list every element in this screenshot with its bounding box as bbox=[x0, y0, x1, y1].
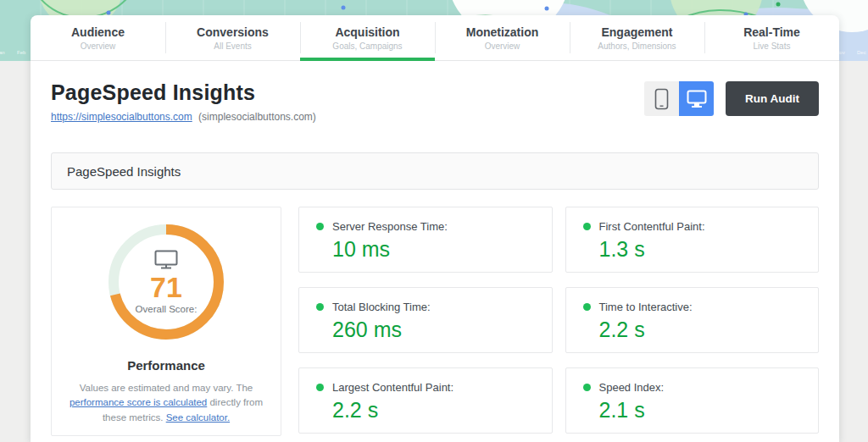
metric-value: 260 ms bbox=[332, 318, 535, 342]
metric-value: 2.2 s bbox=[599, 318, 802, 342]
tab-audience[interactable]: Audience Overview bbox=[31, 15, 165, 60]
tab-label: Acquisition bbox=[335, 25, 399, 39]
disclaimer-text: Values are estimated and may vary. The bbox=[80, 383, 253, 393]
metric-status-dot bbox=[583, 303, 591, 311]
mobile-toggle-button[interactable] bbox=[644, 81, 679, 116]
metric-card-total-blocking-time: Total Blocking Time: 260 ms bbox=[298, 287, 553, 353]
panel-header: PageSpeed Insights bbox=[51, 152, 819, 190]
mobile-phone-icon bbox=[654, 88, 669, 110]
desktop-toggle-button[interactable] bbox=[679, 81, 714, 116]
metric-status-dot bbox=[316, 384, 324, 391]
metric-card-speed-index: Speed Index: 2.1 s bbox=[565, 367, 820, 434]
bg-axis-label: Feb bbox=[17, 50, 26, 55]
metric-status-dot bbox=[583, 384, 591, 391]
page-title: PageSpeed Insights bbox=[51, 80, 316, 105]
panel-body: 71 Overall Score: Performance Values are… bbox=[51, 207, 819, 436]
pagespeed-panel: PageSpeed Insights 71 bbox=[51, 152, 819, 436]
metric-label: Server Response Time: bbox=[332, 220, 448, 233]
metric-label: Total Blocking Time: bbox=[332, 301, 431, 313]
overall-score-label: Overall Score: bbox=[136, 304, 198, 314]
tab-real-time[interactable]: Real-Time Live Stats bbox=[704, 15, 839, 60]
performance-score-calculated-link[interactable]: performance score is calculated bbox=[70, 397, 207, 407]
tab-engagement[interactable]: Engagement Authors, Dimensions bbox=[570, 15, 704, 60]
score-disclaimer: Values are estimated and may vary. The p… bbox=[64, 381, 269, 425]
metric-label: Speed Index: bbox=[599, 381, 665, 394]
desktop-device-icon bbox=[154, 250, 178, 269]
title-block: PageSpeed Insights https://simplesocialb… bbox=[51, 80, 316, 123]
tab-monetization[interactable]: Monetization Overview bbox=[435, 15, 570, 60]
report-tabs-nav: Audience Overview Conversions All Events… bbox=[31, 15, 839, 61]
bg-axis-label: Dec bbox=[857, 50, 866, 55]
tab-sublabel: Live Stats bbox=[754, 41, 791, 51]
tab-label: Real-Time bbox=[743, 25, 800, 39]
metric-card-server-response-time: Server Response Time: 10 ms bbox=[298, 207, 553, 273]
metric-label: First Contentful Paint: bbox=[599, 220, 705, 233]
metric-value: 2.1 s bbox=[599, 398, 802, 423]
tab-sublabel: Overview bbox=[81, 41, 116, 51]
run-audit-button[interactable]: Run Audit bbox=[726, 81, 819, 116]
overall-score-value: 71 bbox=[150, 273, 182, 301]
audited-url-link[interactable]: https://simplesocialbuttons.com bbox=[51, 111, 192, 123]
tab-sublabel: All Events bbox=[214, 41, 251, 51]
tab-conversions[interactable]: Conversions All Events bbox=[165, 15, 300, 60]
metric-status-dot bbox=[316, 223, 324, 230]
metric-value: 2.2 s bbox=[332, 398, 535, 423]
score-gauge: 71 Overall Score: bbox=[103, 218, 230, 345]
metric-label: Time to Interactive: bbox=[599, 301, 693, 313]
desktop-monitor-icon bbox=[687, 90, 707, 108]
audited-url-line: https://simplesocialbuttons.com (simples… bbox=[51, 111, 316, 123]
tab-label: Monetization bbox=[466, 25, 539, 39]
metric-value: 10 ms bbox=[332, 237, 535, 262]
metric-label: Largest Contentful Paint: bbox=[332, 381, 453, 394]
metric-card-largest-contentful-paint: Largest Contentful Paint: 2.2 s bbox=[298, 367, 553, 434]
tab-sublabel: Goals, Campaigns bbox=[332, 41, 402, 51]
tab-label: Engagement bbox=[601, 25, 672, 39]
performance-category-label: Performance bbox=[127, 358, 205, 373]
bg-axis-label: Jan bbox=[0, 50, 5, 55]
metrics-grid: Server Response Time: 10 ms First Conten… bbox=[298, 207, 819, 436]
header-controls: Run Audit bbox=[644, 81, 819, 116]
metric-card-time-to-interactive: Time to Interactive: 2.2 s bbox=[565, 287, 820, 353]
audited-url-suffix: (simplesocialbuttons.com) bbox=[198, 111, 316, 123]
main-panel: Audience Overview Conversions All Events… bbox=[31, 15, 839, 442]
score-gauge-center: 71 Overall Score: bbox=[103, 218, 230, 345]
tab-label: Audience bbox=[71, 25, 125, 39]
see-calculator-link[interactable]: See calculator. bbox=[166, 412, 230, 423]
metric-status-dot bbox=[316, 303, 324, 311]
metric-card-first-contentful-paint: First Contentful Paint: 1.3 s bbox=[565, 207, 820, 273]
metric-status-dot bbox=[583, 223, 591, 230]
page-header: PageSpeed Insights https://simplesocialb… bbox=[31, 61, 839, 123]
panel-title: PageSpeed Insights bbox=[67, 164, 181, 179]
performance-score-card: 71 Overall Score: Performance Values are… bbox=[51, 207, 281, 436]
tab-sublabel: Overview bbox=[485, 41, 520, 51]
device-toggle bbox=[644, 81, 714, 116]
tab-acquisition[interactable]: Acquisition Goals, Campaigns bbox=[300, 15, 435, 60]
tab-sublabel: Authors, Dimensions bbox=[598, 41, 676, 51]
tab-label: Conversions bbox=[197, 25, 269, 39]
metric-value: 1.3 s bbox=[599, 237, 802, 262]
